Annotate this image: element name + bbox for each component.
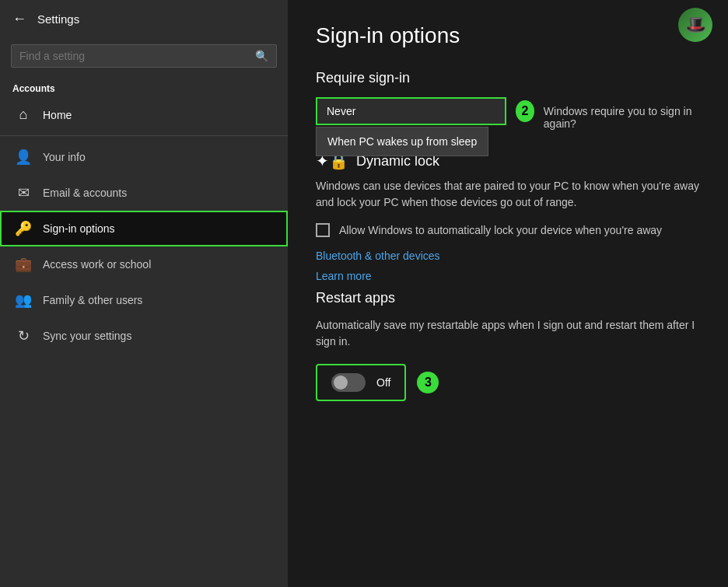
sidebar-item-your-info-label: Your info (43, 151, 86, 163)
sidebar-item-home[interactable]: ⌂ Home (0, 97, 288, 132)
sidebar-item-sync-settings[interactable]: ↻ Sync your settings (0, 318, 288, 354)
require-signin-container: Never When PC wakes up from sleep When P… (316, 97, 700, 130)
accounts-section-label: Accounts (0, 79, 288, 97)
restart-apps-heading: Restart apps (316, 290, 700, 306)
sidebar-item-email-accounts[interactable]: ✉ Email & accounts (0, 175, 288, 211)
email-icon: ✉ (15, 184, 32, 201)
briefcase-icon: 💼 (15, 256, 32, 273)
person-icon: 👤 (15, 148, 32, 166)
main-content: 🎩 Sign-in options Require sign-in Never … (288, 0, 728, 587)
sidebar-item-family-other-users-label: Family & other users (43, 294, 142, 306)
restart-apps-description: Automatically save my restartable apps w… (316, 317, 700, 350)
dynamic-lock-checkbox-row: Allow Windows to automatically lock your… (316, 223, 700, 237)
sidebar: ← Settings 🔍 Accounts ⌂ Home 👤 Your info… (0, 0, 288, 587)
toggle-off-label: Off (376, 376, 390, 389)
window-title: Settings (37, 12, 79, 26)
sync-icon: ↻ (15, 327, 32, 344)
dynamic-lock-checkbox[interactable] (316, 223, 330, 237)
dropdown-wrapper: Never When PC wakes up from sleep When P… (316, 97, 506, 125)
restart-apps-toggle[interactable] (331, 373, 366, 392)
restart-apps-badge: 3 (417, 372, 439, 393)
sidebar-item-home-label: Home (43, 109, 72, 121)
search-input[interactable] (19, 50, 255, 62)
avatar-image: 🎩 (678, 8, 712, 42)
toggle-thumb (334, 376, 348, 390)
back-button[interactable]: ← (12, 11, 26, 27)
avatar: 🎩 (678, 8, 712, 42)
require-signin-heading: Require sign-in (316, 70, 700, 86)
search-bar: 🔍 (11, 44, 277, 68)
require-signin-question: Windows require you to sign in again? (544, 97, 700, 130)
page-title: Sign-in options (316, 23, 700, 48)
home-icon: ⌂ (15, 107, 32, 123)
require-signin-badge: 2 (516, 100, 534, 122)
sidebar-item-your-info[interactable]: 👤 Your info (0, 139, 288, 175)
require-signin-dropdown[interactable]: Never When PC wakes up from sleep (316, 97, 506, 125)
dropdown-menu: When PC wakes up from sleep (316, 127, 488, 156)
sidebar-item-access-work-school[interactable]: 💼 Access work or school (0, 246, 288, 282)
titlebar: ← Settings (0, 0, 288, 38)
sidebar-item-email-accounts-label: Email & accounts (43, 187, 127, 199)
sidebar-item-access-work-school-label: Access work or school (43, 258, 151, 271)
restart-apps-toggle-area: Off (316, 364, 406, 401)
key-icon: 🔑 (15, 220, 32, 237)
family-icon: 👥 (15, 292, 32, 309)
dynamic-lock-checkbox-label: Allow Windows to automatically lock your… (339, 224, 662, 236)
sidebar-item-family-other-users[interactable]: 👥 Family & other users (0, 282, 288, 318)
dropdown-menu-item-sleep[interactable]: When PC wakes up from sleep (317, 128, 488, 155)
search-icon: 🔍 (255, 50, 268, 62)
dynamic-lock-description: Windows can use devices that are paired … (316, 178, 700, 211)
bluetooth-devices-link[interactable]: Bluetooth & other devices (316, 250, 700, 262)
restart-apps-toggle-row: Off 3 (316, 364, 700, 401)
divider (0, 135, 288, 136)
sidebar-item-sign-in-options[interactable]: 🔑 Sign-in options (0, 211, 288, 246)
learn-more-link[interactable]: Learn more (316, 270, 700, 282)
sidebar-item-sign-in-options-label: Sign-in options (43, 222, 115, 235)
sidebar-item-sync-settings-label: Sync your settings (43, 330, 131, 342)
